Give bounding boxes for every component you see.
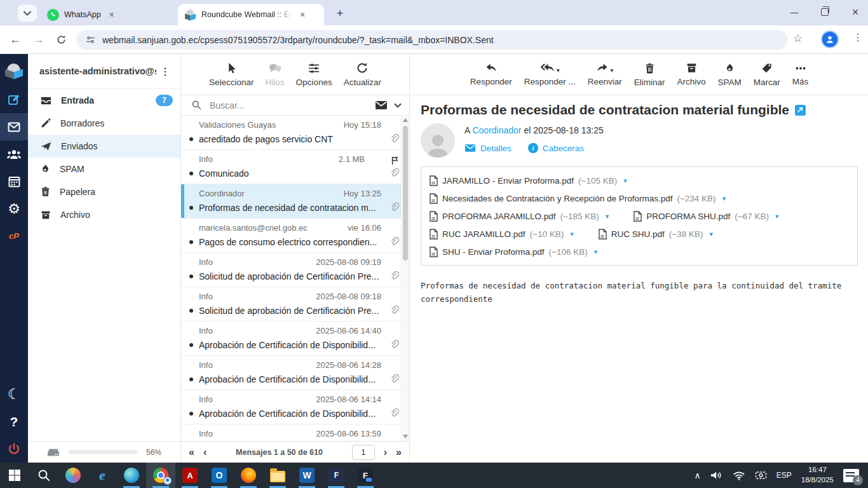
attachment-menu-caret[interactable]: ▾ [775,212,779,220]
search-options-chevron-icon[interactable] [394,103,402,108]
forward-button[interactable]: ▾ Reenviar [588,63,622,86]
message-row[interactable]: Info2025-08-06 14:40 Aprobación de Certi… [181,322,409,356]
folder-enviados[interactable]: Enviados [28,135,180,158]
attachment[interactable]: RUC SHU.pdf (~38 KB) ▾ [598,229,713,240]
spam-button[interactable]: SPAM [718,62,742,87]
window-minimize-button[interactable]: — [782,3,806,22]
window-restore-button[interactable] [813,3,837,22]
tab-close-button[interactable]: × [297,9,308,20]
folder-entrada[interactable]: Entrada 7 [28,89,180,112]
nav-settings-button[interactable]: ⚙ [0,195,28,222]
reply-button[interactable]: Responder [470,63,512,86]
folder-spam[interactable]: SPAM [28,158,180,180]
firefox-icon[interactable] [234,463,263,488]
prev-page-button[interactable]: ‹ [203,447,207,458]
attachment[interactable]: PROFORMA JARAMILLO.pdf (~185 KB) ▾ [429,211,609,222]
options-button[interactable]: Opciones [296,62,332,87]
logout-button[interactable] [0,435,28,463]
message-row[interactable]: Info2025-08-08 09:18 Solicitud de aproba… [181,287,409,322]
forticlient-icon[interactable]: F [322,463,351,488]
bookmark-star-icon[interactable]: ☆ [793,32,803,45]
attachment[interactable]: JARAMILLO - Enviar Proforma.pdf (~105 KB… [429,175,627,186]
forward-caret[interactable]: ▾ [610,67,613,74]
tab-close-button[interactable]: × [106,9,118,20]
tab-roundcube-active[interactable]: Roundcube Webmail :: Enviados × [178,4,324,25]
attachment-menu-caret[interactable]: ▾ [606,212,609,220]
scroll-up-arrow[interactable] [403,118,408,122]
message-row[interactable]: maricela.santos@cnel.gob.ecvie 16:06 Pag… [181,219,409,253]
attachment-menu-caret[interactable]: ▾ [623,177,627,185]
folder-papelera[interactable]: Papelera [28,180,180,203]
internet-explorer-icon[interactable]: e [88,463,117,488]
help-button[interactable]: ? [0,408,28,435]
last-page-button[interactable]: » [396,447,402,458]
outlook-icon[interactable]: O [205,463,234,488]
account-menu-kebab[interactable]: ⋮ [156,65,174,78]
dark-mode-button[interactable]: ☾ [0,381,28,408]
search-input[interactable] [208,100,369,111]
delete-button[interactable]: Eliminar [634,62,665,87]
connect-display-icon[interactable] [755,471,767,480]
attachment-menu-caret[interactable]: ▾ [570,230,574,238]
reply-all-button[interactable]: ▾ Responder ... [524,63,576,86]
account-header[interactable]: asistente-administrativo@sa... ⋮ [28,54,180,89]
browser-menu-kebab[interactable]: ⋮ [851,31,864,43]
start-button[interactable] [0,463,29,488]
attachment[interactable]: RUC JARAMILLO.pdf (~10 KB) ▾ [429,229,574,240]
reload-button[interactable] [52,30,70,48]
first-page-button[interactable]: « [189,447,194,458]
acrobat-icon[interactable]: A [175,463,205,488]
new-tab-button[interactable]: + [332,5,348,22]
tab-search-button[interactable] [18,4,37,22]
message-row[interactable]: Info2.1 MB Comunicado [181,150,409,184]
refresh-button[interactable]: Actualizar [344,62,381,87]
headers-link[interactable]: i Cabeceras [528,143,584,153]
wifi-icon[interactable] [733,471,745,480]
forward-button[interactable]: → [29,30,47,48]
nav-contacts-button[interactable] [0,140,28,168]
archive-button[interactable]: Archivo [677,62,706,86]
message-row[interactable]: Info2025-08-06 13:59 [181,424,409,441]
compose-button[interactable] [0,86,28,113]
window-close-button[interactable]: × [843,3,867,22]
message-row[interactable]: Info2025-08-08 09:19 Solicitud de aproba… [181,253,409,287]
tab-whatsapp[interactable]: WhatsApp × [41,4,170,25]
message-row-selected[interactable]: CoordinadorHoy 13:25 Proformas de necesi… [181,184,409,219]
mark-button[interactable]: Marcar [754,62,780,87]
attachment-menu-caret[interactable]: ▾ [709,230,713,238]
list-scrollbar[interactable] [401,116,409,441]
open-in-new-window-icon[interactable] [795,105,806,116]
scrollbar-thumb[interactable] [403,126,408,261]
scroll-down-arrow[interactable] [403,435,408,438]
taskbar-clock[interactable]: 16:47 18/8/2025 [801,465,834,485]
message-row[interactable]: Info2025-08-06 14:28 Aprobación de Certi… [181,356,409,390]
cpanel-link[interactable]: cP [0,222,28,250]
threads-button[interactable]: Hilos [266,62,285,87]
attachment[interactable]: Necesidades de Contratación y Recepción … [429,193,726,204]
f-app-icon[interactable]: F [351,463,380,488]
back-button[interactable]: ← [6,30,24,48]
language-indicator[interactable]: ESP [776,471,792,480]
nav-mail-button[interactable] [0,113,28,140]
message-row[interactable]: Info2025-08-06 14:14 Aprobación de Certi… [181,390,409,424]
taskbar-search-button[interactable] [29,463,58,488]
file-explorer-icon[interactable] [263,463,292,488]
message-row[interactable]: Validaciones GuayasHoy 15:18 acreditado … [181,116,409,150]
select-button[interactable]: Seleccionar [209,62,254,87]
recipient-link[interactable]: Coordinador [472,125,521,135]
search-scope-mail-icon[interactable] [375,100,388,110]
attachment[interactable]: SHU - Enviar Proforma.pdf (~106 KB) ▾ [429,247,597,257]
details-link[interactable]: Detalles [465,144,512,153]
next-page-button[interactable]: › [384,447,387,458]
address-bar[interactable]: webmail.sanjuan.gob.ec/cpsess0751905572/… [76,30,788,50]
nav-calendar-button[interactable] [0,168,28,195]
tray-expand-chevron[interactable]: ∧ [695,470,701,480]
browser-profile-avatar[interactable] [821,30,839,48]
word-icon[interactable]: W [292,463,322,488]
notifications-icon[interactable]: 4 [843,469,859,482]
attachment-menu-caret[interactable]: ▾ [722,194,726,203]
attachment-menu-caret[interactable]: ▾ [594,248,598,256]
folder-archivo[interactable]: Archivo [28,203,180,226]
edge-icon[interactable] [117,463,146,488]
volume-icon[interactable] [710,470,723,480]
